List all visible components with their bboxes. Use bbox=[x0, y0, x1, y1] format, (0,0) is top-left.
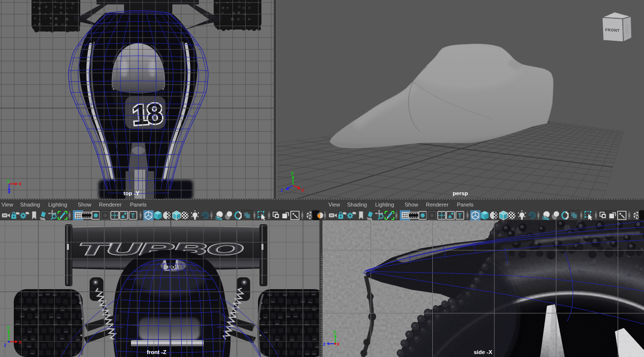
svg-text:x: x bbox=[337, 341, 340, 347]
svg-text:y: y bbox=[291, 170, 294, 176]
svg-text:top -Y: top -Y bbox=[124, 190, 140, 196]
svg-text:18: 18 bbox=[131, 97, 163, 131]
svg-text:x: x bbox=[19, 181, 22, 186]
svg-text:z: z bbox=[4, 342, 6, 348]
svg-text:x: x bbox=[301, 187, 304, 193]
svg-text:T: T bbox=[131, 212, 135, 219]
svg-text:FRONT: FRONT bbox=[605, 28, 620, 33]
svg-text:persp: persp bbox=[452, 190, 468, 196]
svg-text:z: z bbox=[281, 187, 283, 193]
svg-text:side -X: side -X bbox=[474, 349, 492, 355]
svg-text:y: y bbox=[7, 325, 10, 330]
svg-text:y: y bbox=[7, 178, 10, 183]
svg-text:front -Z: front -Z bbox=[147, 349, 166, 355]
svg-text:y: y bbox=[333, 329, 336, 334]
svg-text:T: T bbox=[458, 212, 462, 219]
svg-text:x: x bbox=[19, 339, 22, 345]
svg-text:z: z bbox=[323, 341, 325, 347]
